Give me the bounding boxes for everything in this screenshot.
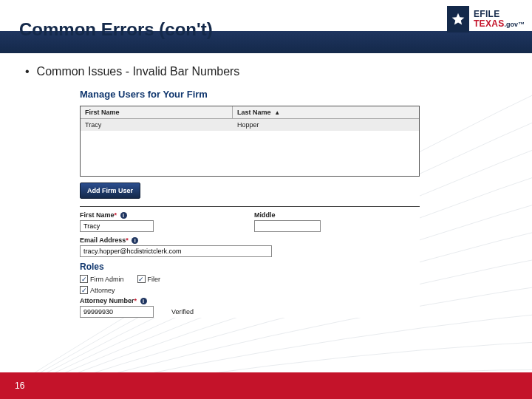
- page-number: 16: [15, 381, 24, 391]
- col-first-name-label: First Name: [85, 109, 120, 116]
- logo-gov: .gov™: [504, 21, 525, 28]
- separator: [80, 206, 420, 207]
- required-asterisk: *: [134, 297, 137, 304]
- info-icon[interactable]: i: [140, 298, 147, 304]
- col-last-name[interactable]: Last Name ▲: [233, 106, 419, 118]
- attorney-number-field[interactable]: [80, 306, 154, 318]
- checkbox-checked-icon: ✓: [80, 286, 88, 294]
- users-table: First Name Last Name ▲ Tracy Hopper: [80, 106, 420, 177]
- table-header: First Name Last Name ▲: [81, 106, 419, 119]
- roles-heading: Roles: [80, 262, 420, 272]
- role-attorney[interactable]: ✓ Attorney: [80, 286, 115, 294]
- role-firm-admin-label: Firm Admin: [90, 276, 124, 283]
- email-label-text: Email Address: [80, 236, 126, 244]
- attorney-number-label-text: Attorney Number: [80, 297, 134, 304]
- attorney-number-label: Attorney Number* i: [80, 297, 420, 304]
- verified-text: Verified: [171, 308, 194, 316]
- table-row[interactable]: Tracy Hopper: [81, 119, 419, 131]
- info-icon[interactable]: i: [120, 212, 127, 219]
- required-asterisk: *: [126, 236, 129, 244]
- col-last-name-label: Last Name: [237, 109, 271, 116]
- middle-field[interactable]: [254, 220, 321, 232]
- first-name-label-text: First Name: [80, 211, 115, 219]
- svg-marker-0: [452, 13, 465, 25]
- star-icon: [447, 6, 469, 33]
- bullet-common-issues: Common Issues - Invalid Bar Numbers: [21, 65, 511, 78]
- info-icon[interactable]: i: [132, 237, 138, 244]
- required-asterisk: *: [115, 211, 117, 219]
- efile-texas-logo: EFILE TEXAS.gov™: [447, 6, 525, 33]
- add-firm-user-button[interactable]: Add Firm User: [80, 183, 140, 199]
- manage-users-panel: Manage Users for Your Firm First Name La…: [80, 89, 420, 318]
- footer-bar: 16: [0, 372, 532, 399]
- panel-heading: Manage Users for Your Firm: [80, 89, 420, 100]
- slide-title: Common Errors (con't): [0, 12, 213, 40]
- checkbox-checked-icon: ✓: [80, 275, 88, 283]
- middle-label: Middle: [254, 211, 321, 219]
- first-name-field[interactable]: [80, 220, 154, 232]
- cell-first-name: Tracy: [81, 119, 233, 131]
- sort-asc-icon: ▲: [274, 109, 280, 116]
- role-filer[interactable]: ✓ Filer: [137, 275, 161, 283]
- cell-last-name: Hopper: [233, 119, 419, 131]
- email-field[interactable]: [80, 245, 272, 257]
- col-first-name[interactable]: First Name: [81, 106, 233, 118]
- checkbox-checked-icon: ✓: [137, 275, 146, 283]
- email-label: Email Address* i: [80, 236, 420, 244]
- role-firm-admin[interactable]: ✓ Firm Admin: [80, 275, 124, 283]
- role-attorney-label: Attorney: [90, 287, 115, 294]
- first-name-label: First Name* i: [80, 211, 154, 219]
- role-filer-label: Filer: [148, 276, 161, 283]
- logo-texas: TEXAS: [474, 18, 505, 29]
